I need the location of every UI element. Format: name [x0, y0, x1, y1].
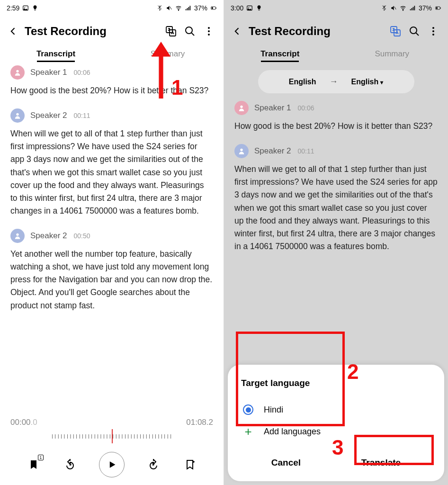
- tab-transcript[interactable]: Transcript: [0, 46, 112, 62]
- player: 00:00.0 01:08.2 ||||||||||||||||||||||||…: [0, 413, 224, 485]
- avatar: [10, 229, 25, 243]
- svg-point-25: [410, 27, 417, 34]
- bluetooth-icon: [381, 5, 387, 11]
- bookmark-count: 1: [38, 455, 44, 460]
- svg-point-17: [249, 7, 250, 8]
- svg-rect-22: [440, 8, 441, 9]
- timestamp: 00:06: [74, 69, 90, 76]
- status-bar: 2:59 37%: [0, 0, 224, 16]
- current-time: 00:00.0: [10, 418, 37, 427]
- picture-icon: [246, 5, 253, 11]
- timestamp: 00:11: [298, 147, 314, 155]
- timestamp: 00:11: [74, 112, 90, 119]
- language-label: Hindi: [264, 405, 283, 415]
- speaker-name: Speaker 2: [254, 146, 291, 156]
- timestamp: 00:06: [298, 104, 314, 112]
- plus-icon: +: [243, 426, 253, 437]
- transcript-entry: Speaker 2 00:50 Yet another well the num…: [10, 229, 213, 312]
- entry-text: When will we get to all of that 1 step f…: [10, 127, 213, 217]
- transcript-entry: Speaker 2 00:11 When will we get to all …: [234, 144, 438, 253]
- radio-selected-icon: [243, 404, 253, 415]
- svg-point-13: [16, 70, 18, 72]
- svg-point-28: [432, 34, 434, 36]
- back-icon[interactable]: [9, 27, 18, 36]
- mute-icon: [390, 5, 397, 11]
- bookmark-add-button[interactable]: [182, 457, 198, 473]
- page-title: Test Recording: [25, 25, 158, 38]
- signal-icon: [409, 5, 416, 11]
- header: Test Recording: [224, 16, 448, 43]
- arrow-icon: →: [330, 77, 338, 87]
- more-button[interactable]: [427, 25, 439, 37]
- transcript-entry: Speaker 1 00:06 How good is the best 20%…: [234, 101, 438, 133]
- more-button[interactable]: [203, 25, 215, 37]
- waveform[interactable]: ||||||||||||||||||||||||||||||||||||||||: [10, 429, 213, 443]
- tab-summary[interactable]: Summary: [336, 46, 448, 62]
- entry-text: How good is the best 20%? How is it bett…: [234, 120, 438, 133]
- battery-percent: 37%: [419, 4, 432, 12]
- search-button[interactable]: [184, 25, 196, 37]
- svg-point-26: [432, 27, 434, 29]
- speaker-name: Speaker 2: [30, 231, 67, 241]
- svg-point-1: [25, 7, 26, 8]
- avatar: [234, 144, 249, 158]
- total-time: 01:08.2: [186, 418, 213, 427]
- tab-transcript[interactable]: Transcript: [224, 46, 336, 62]
- tab-summary[interactable]: Summary: [112, 46, 224, 62]
- wifi-icon: [175, 5, 182, 11]
- svg-point-3: [178, 10, 179, 10]
- sheet-title: Target language: [241, 378, 431, 388]
- language-selector[interactable]: English → English▾: [258, 70, 414, 93]
- language-option-hindi[interactable]: Hindi: [241, 399, 431, 421]
- avatar: [10, 65, 25, 80]
- rewind-button[interactable]: 5: [62, 457, 78, 473]
- transcript-entry: Speaker 1 00:06 How good is the best 20%…: [10, 65, 213, 97]
- svg-line-2: [170, 7, 172, 9]
- bulb-icon: [32, 5, 38, 11]
- forward-button[interactable]: 5: [145, 457, 161, 473]
- svg-rect-21: [436, 7, 438, 9]
- add-languages-row[interactable]: + Add languages: [241, 421, 431, 442]
- mute-icon: [166, 5, 172, 11]
- signal-icon: [185, 5, 191, 11]
- play-button[interactable]: [99, 452, 125, 477]
- bookmark-button[interactable]: 1: [26, 457, 42, 473]
- search-button[interactable]: [408, 25, 421, 37]
- wifi-icon: [400, 5, 406, 11]
- svg-point-27: [432, 30, 434, 32]
- translate-button[interactable]: [165, 25, 177, 37]
- phone-left: 2:59 37% Test Recording Transcript Summa…: [0, 0, 224, 485]
- back-icon[interactable]: [233, 27, 242, 36]
- translate-button[interactable]: [389, 25, 402, 37]
- playhead-marker: [112, 429, 113, 443]
- header: Test Recording: [0, 16, 224, 43]
- cancel-button[interactable]: Cancel: [262, 455, 310, 471]
- status-time: 3:00: [231, 4, 243, 12]
- status-time: 2:59: [7, 4, 19, 12]
- svg-line-18: [394, 7, 396, 9]
- tabs: Transcript Summary: [224, 43, 448, 65]
- battery-icon: [435, 5, 441, 11]
- chevron-down-icon: ▾: [380, 79, 383, 86]
- phone-right: 3:00 37% Test Recording Transcript Summa…: [224, 0, 448, 485]
- add-languages-label: Add languages: [264, 427, 321, 437]
- svg-point-29: [240, 106, 242, 108]
- avatar: [234, 101, 249, 115]
- svg-point-15: [16, 234, 18, 236]
- lang-from: English: [289, 78, 316, 86]
- transcript-list: Speaker 1 00:06 How good is the best 20%…: [0, 65, 224, 413]
- entry-text: How good is the best 20%? How is it bett…: [10, 84, 213, 97]
- speaker-name: Speaker 1: [30, 68, 67, 77]
- bulb-icon: [256, 5, 262, 11]
- entry-text: Yet another well the number top feature,…: [10, 248, 213, 312]
- svg-point-19: [403, 10, 403, 10]
- transcript-entry: Speaker 2 00:11 When will we get to all …: [10, 108, 213, 217]
- speaker-name: Speaker 1: [254, 103, 291, 113]
- target-language-sheet: Target language Hindi + Add languages Ca…: [228, 365, 444, 481]
- status-bar: 3:00 37%: [224, 0, 448, 16]
- translate-button-sheet[interactable]: Translate: [352, 455, 410, 471]
- svg-rect-6: [216, 8, 216, 9]
- svg-point-30: [240, 149, 242, 151]
- svg-rect-5: [212, 7, 213, 9]
- entry-text: When will we get to all of that 1 step f…: [234, 163, 438, 253]
